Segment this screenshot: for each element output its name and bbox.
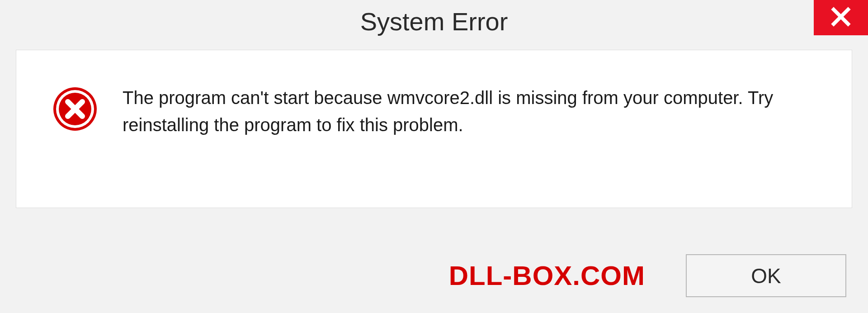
dialog-content: The program can't start because wmvcore2… [16, 50, 852, 208]
title-bar: System Error [0, 0, 868, 45]
error-message: The program can't start because wmvcore2… [123, 84, 829, 138]
error-icon [52, 86, 98, 132]
ok-button[interactable]: OK [686, 254, 846, 297]
close-icon [831, 7, 851, 28]
close-button[interactable] [814, 0, 868, 35]
dialog-footer: DLL-BOX.COM OK [0, 254, 846, 297]
dialog-title: System Error [360, 7, 508, 36]
watermark-text: DLL-BOX.COM [449, 260, 645, 291]
